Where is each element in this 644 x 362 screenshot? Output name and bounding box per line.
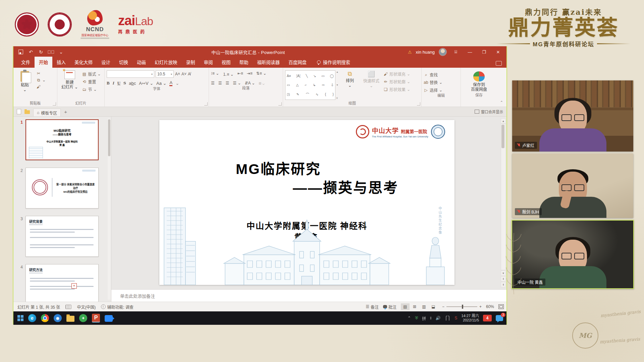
- font-dialog-launcher[interactable]: [204, 102, 208, 106]
- new-slide-button[interactable]: 新建幻灯片 ⌄: [59, 70, 80, 101]
- tab-record[interactable]: 录制: [182, 57, 200, 68]
- italic-button[interactable]: I: [113, 80, 114, 86]
- replace-button[interactable]: ab替换 ⌄: [424, 79, 459, 85]
- reset-button[interactable]: ⟲重置: [82, 79, 101, 84]
- edge-icon[interactable]: e: [28, 314, 36, 322]
- save-to-baidu-button[interactable]: 保存到百度网盘: [463, 70, 495, 93]
- strikethrough-button[interactable]: S: [123, 80, 126, 86]
- font-name-combo[interactable]: ▾: [107, 70, 154, 78]
- tab-home[interactable]: 开始: [35, 57, 52, 68]
- template-zone-tab[interactable]: ⌂模板专区: [33, 109, 61, 116]
- notes-pane[interactable]: 单击此处添加备注: [111, 289, 506, 302]
- app-blue-icon[interactable]: ◉: [54, 314, 62, 322]
- thumbnail-slide-1[interactable]: MG临床研究 ——撷英与思考 中山大学附属第一医院 神经科 黄 鑫: [25, 119, 99, 160]
- tray-expand-icon[interactable]: ⌃: [408, 316, 411, 320]
- tab-file[interactable]: 文件: [17, 57, 35, 68]
- tab-transitions[interactable]: 切换: [115, 57, 132, 68]
- underline-button[interactable]: U: [117, 80, 120, 86]
- smartart-convert-button[interactable]: ⧈ ⌄: [259, 81, 264, 85]
- tab-design[interactable]: 设计: [97, 57, 115, 68]
- zoom-in-icon[interactable]: +: [479, 304, 482, 309]
- zoom-percent[interactable]: 60%: [486, 304, 494, 309]
- change-case-button[interactable]: Aa ⌄: [156, 81, 166, 86]
- align-center-button[interactable]: ☰: [218, 81, 222, 85]
- start-button[interactable]: [17, 315, 23, 321]
- add-doc-tab-button[interactable]: +: [64, 109, 67, 115]
- increase-indent-button[interactable]: ⇥≡: [247, 71, 253, 77]
- fit-to-window-icon[interactable]: [498, 304, 504, 309]
- zoom-slider[interactable]: [446, 306, 477, 307]
- shapes-gallery-scroll[interactable]: ▲▼⊽: [336, 70, 338, 101]
- shape-fill-button[interactable]: 🖌形状填充 ⌄: [383, 71, 410, 77]
- normal-view-button[interactable]: ▤: [401, 303, 410, 310]
- section-button[interactable]: 🗂节 ⌄: [82, 86, 101, 92]
- headset-icon[interactable]: ⎧⎫: [444, 316, 450, 320]
- webcam-feed-2[interactable]: 殷剑 BJH: [512, 154, 633, 218]
- paragraph-dialog-launcher[interactable]: [278, 102, 282, 106]
- scroll-up-icon[interactable]: ▲: [501, 118, 506, 124]
- comments-panel-icon[interactable]: [496, 61, 502, 66]
- notes-toggle[interactable]: ☰备注: [366, 304, 379, 310]
- restore-button[interactable]: ❐: [479, 50, 489, 55]
- tray-ime-icon[interactable]: 拼: [422, 315, 426, 321]
- bullets-button[interactable]: ⁝≡ ⌄: [211, 71, 219, 77]
- account-name[interactable]: xin huang: [416, 50, 435, 55]
- shape-outline-button[interactable]: ✏形状轮廓 ⌄: [383, 79, 410, 84]
- zoom-out-icon[interactable]: −: [442, 304, 444, 309]
- tab-animations[interactable]: 动画: [132, 57, 150, 68]
- shape-effects-button[interactable]: ❏形状效果 ⌄: [383, 86, 410, 92]
- file-explorer-icon[interactable]: [66, 316, 74, 322]
- font-size-combo[interactable]: 10.5▾: [156, 70, 174, 78]
- webcam-feed-1[interactable]: 卢家红: [512, 80, 633, 152]
- tab-slideshow[interactable]: 幻灯片放映: [150, 57, 182, 68]
- undo-icon[interactable]: ↶: [28, 49, 34, 55]
- new-file-icon[interactable]: [17, 109, 21, 114]
- char-spacing-button[interactable]: A⇿V ⌄: [139, 81, 153, 86]
- close-button[interactable]: ✕: [493, 50, 503, 55]
- align-right-button[interactable]: ☰: [226, 81, 229, 85]
- webcam-feed-3-active[interactable]: 中山一院 黄鑫: [512, 220, 634, 289]
- merge-windows-toggle[interactable]: 窗口合并显示: [475, 109, 503, 114]
- tab-baidu-pan[interactable]: 百度网盘: [284, 57, 311, 68]
- tab-foxit[interactable]: 福昕阅读器: [253, 57, 284, 68]
- layout-button[interactable]: ▤版式 ⌄: [82, 71, 101, 77]
- chat-app-icon[interactable]: 3: [496, 315, 503, 321]
- bold-button[interactable]: B: [107, 80, 110, 86]
- redo-icon[interactable]: ↻: [38, 49, 44, 55]
- align-left-button[interactable]: ☰: [211, 81, 215, 85]
- app-green-icon[interactable]: ✦: [79, 314, 87, 322]
- tell-me-search[interactable]: 操作说明搜索: [317, 59, 350, 68]
- slide-sorter-view-button[interactable]: ⊞: [410, 303, 419, 310]
- cut-button[interactable]: ✂: [36, 71, 46, 76]
- save-icon[interactable]: [18, 49, 23, 55]
- thumbnail-item-1[interactable]: 1 MG临床研究 ——撷英与思考 中山大学附属第一医院 神经科 黄 鑫: [13, 119, 111, 160]
- numbering-button[interactable]: ⒈≡ ⌄: [223, 71, 233, 77]
- paste-button[interactable]: 粘贴⌄: [15, 70, 34, 101]
- justify-button[interactable]: ☰ ⌄: [233, 81, 241, 85]
- find-button[interactable]: ⌕查找: [424, 72, 459, 77]
- ribbon-display-options-icon[interactable]: ⌸: [451, 49, 461, 55]
- format-painter-button[interactable]: 🖌: [36, 84, 46, 89]
- account-avatar[interactable]: [439, 48, 447, 56]
- tab-help[interactable]: 帮助: [235, 57, 253, 68]
- thumbnail-slide-3[interactable]: 研究背景: [25, 216, 99, 257]
- clear-format-button[interactable]: A̸: [188, 72, 191, 76]
- tab-review[interactable]: 审阅: [200, 57, 217, 68]
- slide-1-canvas[interactable]: 中山大学 附属第一医院 The First Affiliated Hospita…: [159, 120, 454, 285]
- arrange-button[interactable]: ⧉ 排列⌄: [340, 70, 359, 101]
- tray-green-icon[interactable]: ⛨: [415, 316, 418, 320]
- thumbnail-scrollbar[interactable]: [108, 119, 111, 300]
- comments-toggle[interactable]: 批注: [383, 304, 396, 310]
- thumbnail-item-3[interactable]: 3 研究背景: [13, 216, 111, 257]
- shadow-button[interactable]: ab̲c: [129, 81, 136, 86]
- collapse-ribbon-icon[interactable]: ⌃: [500, 100, 503, 105]
- text-direction-button[interactable]: ⇵A ⌄: [245, 81, 255, 85]
- tab-view[interactable]: 视图: [217, 57, 235, 68]
- powerpoint-taskbar-icon[interactable]: P: [92, 314, 100, 322]
- keyboard-icon[interactable]: [65, 305, 71, 309]
- tab-insert[interactable]: 插入: [52, 57, 70, 68]
- reading-view-button[interactable]: ▥: [420, 303, 428, 310]
- customize-qat-icon[interactable]: ⌄: [58, 49, 64, 55]
- open-folder-icon[interactable]: [24, 110, 30, 114]
- shapes-gallery[interactable]: A≡¦A¦╲↘▭◯ ▭△⌐↳⇨⇩ ◳✎⌒∿{}: [285, 70, 335, 100]
